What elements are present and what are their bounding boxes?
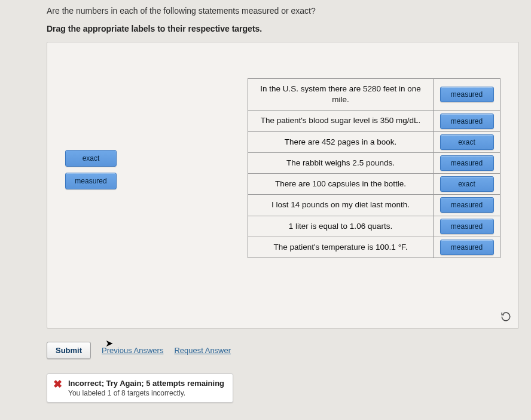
drop-target[interactable]: measured bbox=[434, 152, 501, 173]
instruction-text: Drag the appropriate labels to their res… bbox=[47, 24, 519, 33]
previous-answers-link[interactable]: Previous Answers bbox=[102, 346, 163, 355]
feedback-title: Incorrect; Try Again; 5 attempts remaini… bbox=[68, 379, 224, 388]
statement-cell: The patient's blood sugar level is 350 m… bbox=[248, 111, 434, 131]
statement-cell: I lost 14 pounds on my diet last month. bbox=[248, 195, 434, 216]
question-text: Are the numbers in each of the following… bbox=[47, 6, 519, 16]
placed-chip[interactable]: measured bbox=[440, 197, 494, 213]
placed-chip[interactable]: exact bbox=[440, 134, 494, 150]
table-row: The patient's temperature is 100.1 °F. m… bbox=[248, 237, 501, 257]
targets-table: In the U.S. system there are 5280 feet i… bbox=[248, 78, 501, 258]
table-row: The patient's blood sugar level is 350 m… bbox=[248, 111, 501, 131]
placed-chip[interactable]: measured bbox=[440, 87, 494, 102]
statement-cell: The rabbit weighs 2.5 pounds. bbox=[248, 152, 434, 173]
drop-target[interactable]: measured bbox=[434, 216, 501, 237]
reset-icon[interactable] bbox=[501, 311, 511, 322]
drop-target[interactable]: measured bbox=[434, 237, 501, 257]
drop-target[interactable]: exact bbox=[434, 131, 501, 152]
incorrect-x-icon: ✖ bbox=[53, 379, 62, 390]
placed-chip[interactable]: exact bbox=[440, 176, 494, 192]
statement-cell: In the U.S. system there are 5280 feet i… bbox=[248, 79, 434, 111]
table-row: The rabbit weighs 2.5 pounds. measured bbox=[248, 152, 501, 173]
statement-cell: There are 100 capsules in the bottle. bbox=[248, 174, 434, 195]
placed-chip[interactable]: measured bbox=[440, 114, 494, 129]
controls-row: Submit Previous Answers Request Answer bbox=[47, 342, 519, 359]
table-row: There are 100 capsules in the bottle. ex… bbox=[248, 174, 501, 195]
source-labels-column: exact measured bbox=[65, 150, 117, 189]
submit-button[interactable]: Submit bbox=[47, 342, 91, 359]
table-row: In the U.S. system there are 5280 feet i… bbox=[248, 79, 501, 111]
request-answer-link[interactable]: Request Answer bbox=[174, 346, 231, 355]
table-row: 1 liter is equal to 1.06 quarts. measure… bbox=[248, 216, 501, 237]
placed-chip[interactable]: measured bbox=[440, 219, 494, 234]
source-chip-measured[interactable]: measured bbox=[65, 173, 117, 189]
placed-chip[interactable]: measured bbox=[440, 240, 494, 255]
drop-target[interactable]: exact bbox=[434, 174, 501, 195]
drag-drop-area: exact measured In the U.S. system there … bbox=[47, 42, 519, 329]
table-row: There are 452 pages in a book. exact bbox=[248, 131, 501, 152]
statement-cell: The patient's temperature is 100.1 °F. bbox=[248, 237, 434, 257]
drop-target[interactable]: measured bbox=[434, 195, 501, 216]
drop-target[interactable]: measured bbox=[434, 111, 501, 131]
statement-cell: 1 liter is equal to 1.06 quarts. bbox=[248, 216, 434, 237]
table-row: I lost 14 pounds on my diet last month. … bbox=[248, 195, 501, 216]
feedback-subtext: You labeled 1 of 8 targets incorrectly. bbox=[68, 389, 224, 397]
placed-chip[interactable]: measured bbox=[440, 155, 494, 171]
feedback-box: ✖ Incorrect; Try Again; 5 attempts remai… bbox=[47, 373, 233, 403]
drop-target[interactable]: measured bbox=[434, 79, 501, 111]
statement-cell: There are 452 pages in a book. bbox=[248, 131, 434, 152]
source-chip-exact[interactable]: exact bbox=[65, 150, 117, 167]
